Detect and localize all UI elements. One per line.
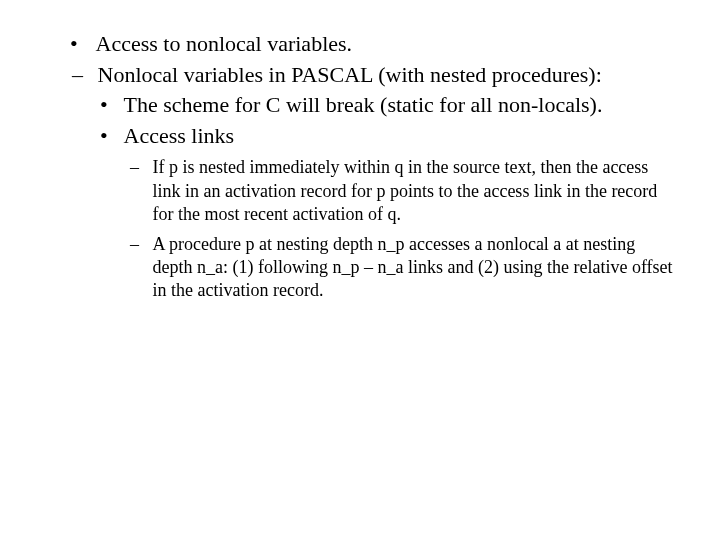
- bullet-dot-icon: •: [70, 30, 90, 59]
- bullet-level-4: – A procedure p at nesting depth n_p acc…: [130, 233, 680, 303]
- bullet-level-3: • Access links: [100, 122, 680, 151]
- bullet-text: The scheme for C will break (static for …: [124, 91, 676, 120]
- bullet-dash-icon: –: [130, 233, 148, 256]
- bullet-text: Access links: [124, 122, 676, 151]
- bullet-dot-icon: •: [100, 122, 118, 151]
- bullet-dot-icon: •: [100, 91, 118, 120]
- bullet-dash-icon: –: [72, 61, 92, 90]
- bullet-level-1: • Access to nonlocal variables.: [70, 30, 680, 59]
- bullet-text: If p is nested immediately within q in t…: [153, 156, 675, 226]
- bullet-level-4: – If p is nested immediately within q in…: [130, 156, 680, 226]
- bullet-text: Nonlocal variables in PASCAL (with neste…: [98, 61, 676, 90]
- bullet-text: A procedure p at nesting depth n_p acces…: [153, 233, 675, 303]
- bullet-dash-icon: –: [130, 156, 148, 179]
- bullet-text: Access to nonlocal variables.: [96, 30, 676, 59]
- bullet-level-3: • The scheme for C will break (static fo…: [100, 91, 680, 120]
- bullet-level-2: – Nonlocal variables in PASCAL (with nes…: [72, 61, 680, 90]
